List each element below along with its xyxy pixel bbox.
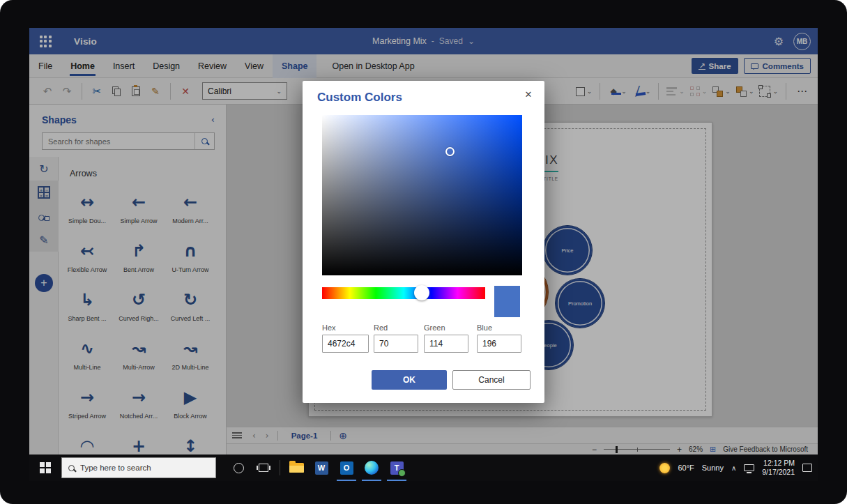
hex-input[interactable] [322,335,369,353]
cortana-icon [234,463,244,473]
red-input[interactable] [374,335,418,353]
weather-condition[interactable]: Sunny [702,464,724,472]
outlook-button[interactable]: O [334,455,359,481]
hue-slider-thumb[interactable] [414,285,429,300]
teams-button[interactable]: T [384,455,409,481]
dialog-title: Custom Colors [317,91,402,105]
taskbar-clock[interactable]: 12:12 PM 9/17/2021 [762,459,795,477]
start-button[interactable] [29,455,61,481]
close-icon[interactable]: ✕ [521,86,536,102]
folder-icon [289,463,304,473]
teams-icon: T [390,461,404,475]
task-view-icon [259,464,268,472]
desktop-screenshot: Visio Marketing Mix - Saved ⌄ ⚙ MB File … [0,0,847,504]
action-center-icon[interactable] [802,464,812,472]
clock-date: 9/17/2021 [762,468,795,476]
edge-button[interactable] [359,455,384,481]
word-button[interactable]: W [309,455,334,481]
weather-sun-icon[interactable] [659,463,670,473]
ok-button[interactable]: OK [372,370,447,390]
color-picker-marker[interactable] [445,147,455,156]
blue-label: Blue [477,323,521,332]
blue-field: Blue [477,323,521,353]
edge-icon [365,461,379,475]
weather-temp[interactable]: 60°F [678,464,694,472]
taskbar-search-box[interactable]: Type here to search [61,457,216,478]
color-gradient-picker[interactable] [322,115,522,275]
cancel-button[interactable]: Cancel [452,370,531,390]
file-explorer-button[interactable] [284,455,309,481]
windows-logo-icon [40,462,51,473]
custom-colors-dialog: Custom Colors ✕ Hex Red Green Blu [303,81,544,403]
outlook-icon: O [340,461,353,475]
hue-slider[interactable] [322,287,485,299]
red-label: Red [374,323,418,332]
red-field: Red [374,323,418,353]
search-icon [68,465,75,471]
cortana-button[interactable] [226,455,251,481]
taskbar-separator [280,460,280,475]
clock-time: 12:12 PM [763,459,795,467]
hex-field: Hex [322,323,369,353]
taskbar-search-placeholder: Type here to search [80,464,151,472]
green-label: Green [424,323,468,332]
green-field: Green [424,323,468,353]
blue-input[interactable] [477,335,521,353]
hex-label: Hex [322,323,369,332]
color-preview-swatch [494,286,520,317]
visio-app-window: Visio Marketing Mix - Saved ⌄ ⚙ MB File … [29,28,818,481]
taskbar-tray: 60°F Sunny ∧ 12:12 PM 9/17/2021 [659,455,812,481]
windows-taskbar: Type here to search W O T 60°F Sunny ∧ 1… [29,455,818,481]
word-icon: W [315,461,328,475]
green-input[interactable] [424,335,468,353]
task-view-button[interactable] [251,455,276,481]
tray-chevron-icon[interactable]: ∧ [731,464,736,472]
network-icon[interactable] [744,464,754,471]
